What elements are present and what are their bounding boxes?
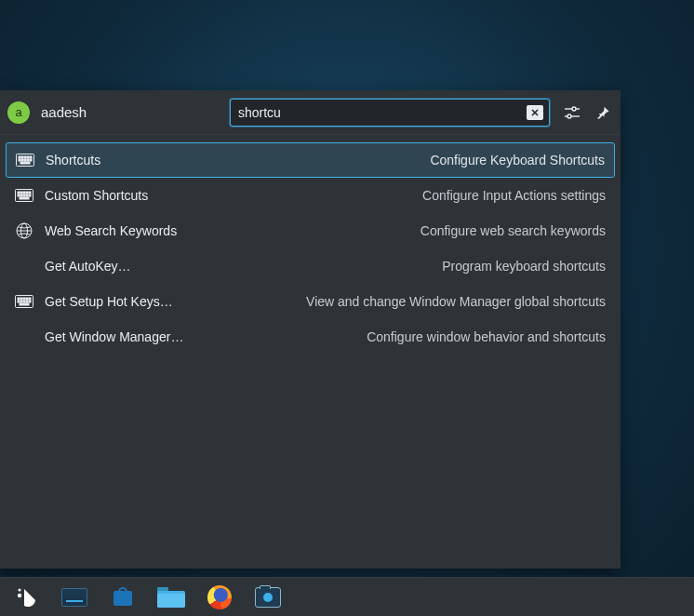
svg-rect-36 <box>29 298 31 300</box>
svg-rect-35 <box>26 298 28 300</box>
svg-rect-17 <box>18 192 20 194</box>
svg-point-44 <box>18 593 21 596</box>
svg-rect-13 <box>27 159 29 161</box>
clear-search-icon[interactable] <box>527 105 543 120</box>
result-description: Configure window behavior and shortcuts <box>367 329 606 344</box>
svg-rect-19 <box>23 192 25 194</box>
result-description: Configure Input Actions settings <box>422 188 606 203</box>
svg-rect-26 <box>29 194 31 196</box>
svg-rect-5 <box>19 156 20 158</box>
result-title: Custom Shortcuts <box>45 188 148 203</box>
svg-rect-24 <box>23 194 25 196</box>
result-title: Shortcuts <box>46 153 100 167</box>
result-description: Configure web search keywords <box>420 223 606 238</box>
user-avatar[interactable]: a <box>7 101 30 124</box>
svg-rect-15 <box>20 162 30 164</box>
svg-rect-9 <box>30 156 32 158</box>
result-description: Configure Keyboard Shortcuts <box>430 153 605 167</box>
app-launcher-button[interactable] <box>4 582 48 613</box>
svg-rect-11 <box>21 159 23 161</box>
svg-rect-40 <box>26 301 28 302</box>
keyboard-icon <box>16 151 34 169</box>
search-results-list: ShortcutsConfigure Keyboard ShortcutsCus… <box>0 135 621 362</box>
svg-rect-21 <box>29 192 31 194</box>
discover-store-button[interactable] <box>100 582 145 613</box>
svg-point-3 <box>567 114 571 118</box>
result-description: View and change Window Manager global sh… <box>306 294 606 309</box>
svg-rect-23 <box>20 194 22 196</box>
result-row[interactable]: Get Setup Hot Keys…View and change Windo… <box>6 284 615 319</box>
svg-rect-6 <box>21 156 23 158</box>
svg-rect-14 <box>30 159 32 161</box>
svg-rect-37 <box>18 301 20 302</box>
keyboard-icon <box>15 292 33 311</box>
result-title: Get Window Manager… <box>45 329 183 344</box>
svg-rect-34 <box>23 298 25 300</box>
username-label: aadesh <box>41 104 87 120</box>
search-input[interactable] <box>238 105 527 120</box>
svg-rect-8 <box>27 156 29 158</box>
svg-point-43 <box>19 588 21 591</box>
svg-point-2 <box>572 107 576 111</box>
result-row[interactable]: Custom ShortcutsConfigure Input Actions … <box>6 178 615 213</box>
result-row[interactable]: Web Search KeywordsConfigure web search … <box>6 213 615 248</box>
taskbar <box>0 577 694 616</box>
result-title: Get AutoKey… <box>45 259 131 274</box>
svg-rect-32 <box>18 298 20 300</box>
shopping-bag-icon <box>110 587 136 608</box>
svg-rect-42 <box>20 303 29 305</box>
svg-rect-7 <box>24 156 26 158</box>
firefox-icon <box>207 585 232 609</box>
configure-icon[interactable] <box>563 103 581 122</box>
camera-icon <box>255 587 281 608</box>
pin-icon[interactable] <box>594 103 613 122</box>
svg-rect-22 <box>18 194 20 196</box>
folder-icon <box>157 587 185 608</box>
result-title: Web Search Keywords <box>45 223 177 238</box>
globe-icon <box>15 221 33 240</box>
plasma-icon <box>14 585 38 609</box>
file-manager-button[interactable] <box>149 582 194 613</box>
svg-rect-39 <box>23 301 25 302</box>
task-manager-button[interactable] <box>52 582 97 613</box>
window-thumb-icon <box>61 588 87 607</box>
keyboard-icon <box>15 186 33 205</box>
svg-rect-27 <box>20 197 29 199</box>
result-title: Get Setup Hot Keys… <box>45 294 173 309</box>
svg-rect-41 <box>29 301 31 302</box>
svg-rect-12 <box>24 159 26 161</box>
result-row[interactable]: Get Window Manager…Configure window beha… <box>6 319 615 355</box>
svg-rect-25 <box>26 194 28 196</box>
svg-rect-20 <box>26 192 28 194</box>
launcher-header: a aadesh <box>0 90 621 135</box>
firefox-button[interactable] <box>197 582 242 613</box>
application-launcher: a aadesh ShortcutsConfigure Keyboard Sho… <box>0 90 621 569</box>
svg-rect-10 <box>19 159 20 161</box>
result-row[interactable]: Get AutoKey…Program keyboard shortcuts <box>6 248 615 284</box>
svg-rect-38 <box>20 301 22 302</box>
result-row[interactable]: ShortcutsConfigure Keyboard Shortcuts <box>6 142 615 178</box>
spectacle-button[interactable] <box>246 582 290 613</box>
search-box[interactable] <box>230 99 550 127</box>
svg-rect-33 <box>20 298 22 300</box>
svg-rect-18 <box>20 192 22 194</box>
result-description: Program keyboard shortcuts <box>442 259 606 274</box>
